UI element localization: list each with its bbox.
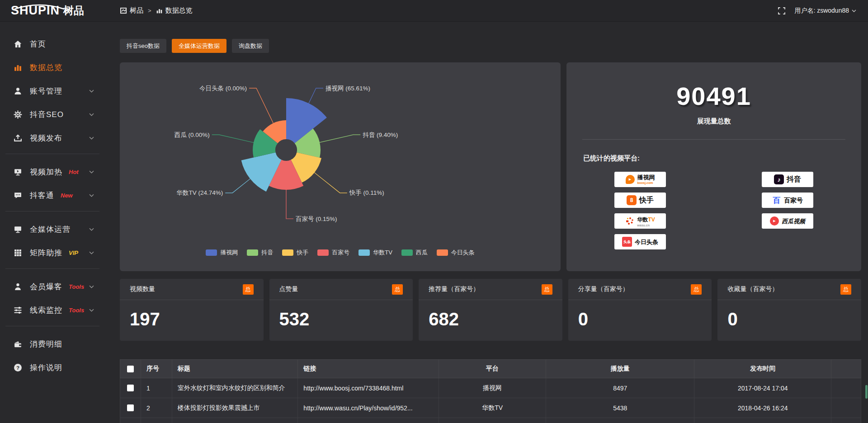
sidebar-item-operation-guide[interactable]: ? 操作说明 bbox=[0, 358, 105, 377]
sidebar-item-data-overview[interactable]: 数据总览 bbox=[0, 58, 105, 77]
cell-views: 8497 bbox=[546, 378, 694, 398]
sidebar-item-label: 操作说明 bbox=[30, 362, 62, 373]
col-platform: 平台 bbox=[439, 360, 546, 378]
platform-badge-kuaishou[interactable]: 8快手 bbox=[614, 193, 666, 208]
cell-index: 1 bbox=[141, 378, 172, 398]
sidebar-item-home[interactable]: 首页 bbox=[0, 34, 105, 53]
grid-icon bbox=[14, 249, 22, 257]
legend-item-百家号[interactable]: 百家号 bbox=[317, 249, 349, 257]
legend-item-今日头条[interactable]: 今日头条 bbox=[437, 249, 475, 257]
home-icon bbox=[14, 40, 22, 48]
stat-card-video-count: 视频数量 总 197 bbox=[120, 279, 264, 341]
sidebar-item-badge: VIP bbox=[69, 249, 78, 256]
total-badge[interactable]: 总 bbox=[392, 284, 403, 295]
stat-card-value: 532 bbox=[269, 300, 413, 329]
platform-badge-douyin[interactable]: ♪抖音 bbox=[762, 172, 813, 187]
logo-arc bbox=[13, 4, 66, 10]
cell-title[interactable]: 室外水纹灯和室内水纹灯的区别和简介 bbox=[172, 378, 298, 398]
rose-pie-chart[interactable]: 播视网 (65.61%)抖音 (9.40%)快手 (0.11%)百家号 (0.1… bbox=[120, 69, 561, 247]
col-time: 发布时间 bbox=[694, 360, 831, 378]
bar-chart-icon bbox=[14, 63, 22, 72]
row-checkbox[interactable] bbox=[127, 404, 134, 411]
sidebar-item-label: 消费明细 bbox=[30, 339, 62, 349]
cell-link[interactable]: http://www.wasu.cn/Play/show/id/952... bbox=[298, 398, 439, 418]
sidebar-item-member-burst[interactable]: 会员爆客 Tools bbox=[0, 277, 105, 296]
total-badge[interactable]: 总 bbox=[691, 284, 702, 295]
chat-icon bbox=[14, 191, 22, 200]
legend-item-抖音[interactable]: 抖音 bbox=[247, 249, 273, 257]
platform-badge-wasu[interactable]: 华数TVwasu.cn bbox=[614, 213, 666, 229]
sidebar-divider bbox=[5, 154, 99, 154]
fullscreen-icon[interactable] bbox=[778, 7, 785, 14]
platform-badge-boosj[interactable]: ▶播视网boosj.com bbox=[614, 172, 666, 187]
stat-card-value: 0 bbox=[717, 300, 861, 329]
sidebar-item-label: 数据总览 bbox=[30, 62, 62, 73]
svg-text:?: ? bbox=[16, 364, 19, 370]
cell-link[interactable]: http://www.boosj.com/7338468.html bbox=[298, 378, 439, 398]
sidebar-item-label: 抖客通 bbox=[30, 190, 54, 201]
main-content: 抖音seo数据全媒体运营数据询盘数据 播视网 (65.61%)抖音 (9.40%… bbox=[120, 22, 861, 423]
sidebar-item-label: 会员爆客 bbox=[30, 282, 62, 292]
total-badge[interactable]: 总 bbox=[542, 284, 552, 295]
legend-swatch bbox=[206, 249, 217, 256]
total-badge[interactable]: 总 bbox=[840, 284, 851, 295]
impressions-total-label: 展现量总数 bbox=[566, 117, 861, 126]
tab-media-operation-data[interactable]: 全媒体运营数据 bbox=[172, 39, 226, 53]
stat-card-label: 视频数量 bbox=[130, 285, 155, 293]
platform-badge-baijiahao[interactable]: 百百家号 bbox=[762, 193, 813, 208]
cell-title[interactable] bbox=[172, 418, 298, 423]
sidebar-item-label: 线索监控 bbox=[30, 305, 62, 315]
chevron-down-icon bbox=[89, 113, 94, 116]
user-menu[interactable]: 用户名: zswodun88 bbox=[794, 7, 856, 15]
legend-item-华数TV[interactable]: 华数TV bbox=[359, 249, 392, 257]
svg-text:西瓜 (0.00%): 西瓜 (0.00%) bbox=[175, 132, 210, 138]
sidebar-item-consume-detail[interactable]: 消费明细 bbox=[0, 334, 105, 353]
sidebar-item-label: 账号管理 bbox=[30, 86, 62, 96]
sidebar-item-matrix-boost[interactable]: 矩阵助推 VIP bbox=[0, 243, 105, 262]
sidebar-item-video-heat[interactable]: 视频加热 Hot bbox=[0, 162, 105, 181]
stat-card-value: 197 bbox=[120, 300, 264, 329]
sidebar-item-media-operation[interactable]: 全媒体运营 bbox=[0, 220, 105, 239]
tab-inquiry-data[interactable]: 询盘数据 bbox=[232, 39, 269, 53]
chart-legend: 播视网抖音快手百家号华数TV西瓜今日头条 bbox=[120, 249, 561, 257]
platforms-label: 已统计的视频平台: bbox=[583, 154, 861, 163]
sidebar-item-badge: New bbox=[61, 192, 73, 199]
platform-share-chart-panel: 播视网 (65.61%)抖音 (9.40%)快手 (0.11%)百家号 (0.1… bbox=[120, 62, 561, 271]
cell-platform: 播视网 bbox=[439, 378, 546, 398]
sidebar-item-account-manage[interactable]: 账号管理 bbox=[0, 81, 105, 100]
cell-time: 2017-08-24 17:04 bbox=[694, 378, 831, 398]
cell-time: 2018-04-26 16:24 bbox=[694, 398, 831, 418]
select-all-checkbox[interactable] bbox=[127, 366, 134, 372]
chevron-down-icon bbox=[89, 285, 94, 288]
sidebar-item-clue-monitor[interactable]: 线索监控 Tools bbox=[0, 301, 105, 320]
svg-text:快手 (0.11%): 快手 (0.11%) bbox=[349, 189, 384, 196]
platform-badge-toutiao[interactable]: 头条今日头条 bbox=[614, 234, 666, 249]
svg-text:抖音 (9.40%): 抖音 (9.40%) bbox=[363, 132, 398, 138]
legend-item-播视网[interactable]: 播视网 bbox=[206, 249, 238, 257]
monitor-play-icon bbox=[14, 168, 22, 176]
scrollbar-thumb[interactable] bbox=[865, 385, 868, 399]
sidebar-item-video-publish[interactable]: 视频发布 bbox=[0, 128, 105, 147]
legend-item-快手[interactable]: 快手 bbox=[282, 249, 308, 257]
breadcrumb-root[interactable]: 树品 bbox=[130, 6, 143, 15]
sidebar-item-douketong[interactable]: 抖客通 New bbox=[0, 186, 105, 205]
sidebar-divider bbox=[5, 326, 99, 326]
sidebar-item-douyin-seo[interactable]: 抖音SEO bbox=[0, 105, 105, 124]
tab-douyin-seo-data[interactable]: 抖音seo数据 bbox=[120, 39, 166, 53]
col-views: 播放量 bbox=[546, 360, 694, 378]
app-logo: SHUPIN 树品 bbox=[0, 4, 114, 18]
cell-title[interactable]: 楼体投影灯投影效果震撼上市 bbox=[172, 398, 298, 418]
table-row bbox=[120, 418, 861, 423]
svg-text:百家号 (0.15%): 百家号 (0.15%) bbox=[296, 216, 337, 222]
platform-badge-xigua[interactable]: ▶西瓜视频 bbox=[762, 213, 813, 229]
chevron-down-icon bbox=[89, 89, 94, 93]
legend-item-西瓜[interactable]: 西瓜 bbox=[401, 249, 428, 257]
stat-card-label: 收藏量（百家号） bbox=[727, 285, 778, 293]
sliders-icon bbox=[14, 306, 22, 315]
legend-swatch bbox=[437, 249, 448, 256]
breadcrumb-current[interactable]: 数据总览 bbox=[165, 6, 193, 15]
impressions-total-value: 90491 bbox=[566, 81, 861, 111]
cell-link[interactable] bbox=[298, 418, 439, 423]
row-checkbox[interactable] bbox=[127, 385, 134, 391]
total-badge[interactable]: 总 bbox=[243, 284, 254, 295]
